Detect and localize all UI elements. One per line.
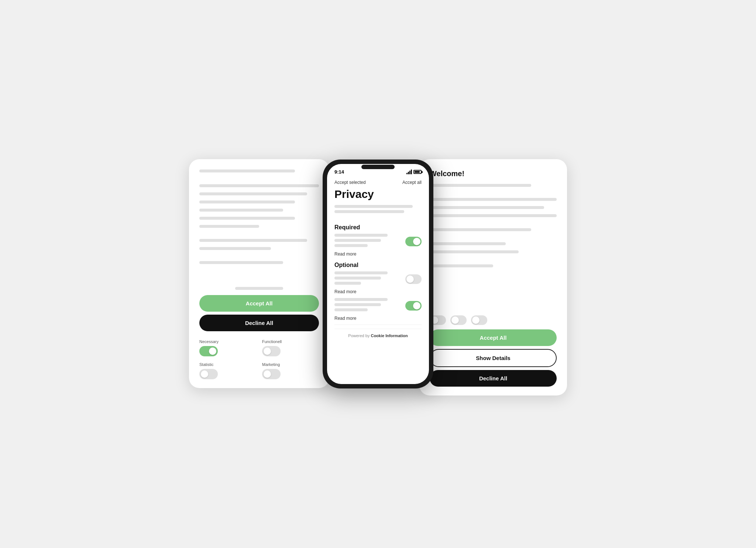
skeleton-line	[334, 277, 381, 280]
functionell-label: Functionell	[262, 339, 319, 344]
powered-by-prefix: Powered by	[348, 333, 371, 338]
necessary-toggle[interactable]	[199, 346, 218, 356]
necessary-label: Necessary	[199, 339, 256, 344]
privacy-title: Privacy	[334, 188, 422, 201]
skeleton-line	[334, 282, 361, 285]
left-skeleton-area	[199, 169, 319, 277]
scene: Accept All Decline All Necessary Functio…	[189, 137, 567, 411]
accept-all-button[interactable]: Accept All	[199, 295, 319, 312]
battery-icon	[413, 170, 422, 174]
powered-by: Powered by Cookie Information	[334, 329, 422, 339]
decline-all-button[interactable]: Decline All	[199, 315, 319, 331]
right-toggle-row	[430, 315, 557, 325]
skeleton-line	[430, 228, 531, 231]
skeleton-line	[199, 217, 295, 220]
skeleton-line	[235, 287, 283, 290]
phone-shell: 9:14 Accept selected Accept all	[323, 160, 433, 388]
skeleton-line	[199, 261, 283, 264]
marketing-toggle-item: Marketing	[262, 362, 319, 379]
right-toggle-3[interactable]	[471, 315, 487, 325]
center-phone: 9:14 Accept selected Accept all	[323, 160, 433, 388]
required-section-label: Required	[334, 224, 422, 231]
separator	[334, 325, 422, 325]
skeleton-line	[199, 169, 295, 172]
skeleton-line	[334, 234, 388, 237]
skeleton-line	[199, 239, 307, 242]
skeleton-line	[334, 244, 368, 247]
skeleton-line	[199, 225, 259, 228]
required-toggle[interactable]	[405, 237, 422, 246]
toggle-grid: Necessary Functionell Statistic Marketin…	[199, 339, 319, 379]
skeleton-line	[334, 298, 388, 301]
skeleton-line	[334, 210, 404, 213]
skeleton-line	[199, 201, 295, 203]
skeleton-line	[334, 308, 368, 311]
statistic-label: Statistic	[199, 362, 256, 367]
optional-toggle-2[interactable]	[405, 301, 422, 311]
optional-section-label: Optional	[334, 262, 422, 268]
right-accept-all-button[interactable]: Accept All	[430, 329, 557, 346]
skeleton-line	[334, 271, 388, 274]
signal-bars-icon	[406, 169, 412, 174]
skeleton-line	[199, 209, 283, 212]
phone-notch	[361, 165, 395, 169]
status-icons	[406, 169, 422, 174]
status-time: 9:14	[334, 169, 344, 175]
skeleton-line	[430, 250, 519, 253]
right-show-details-button[interactable]: Show Details	[430, 349, 557, 367]
left-card: Accept All Decline All Necessary Functio…	[189, 159, 329, 388]
right-decline-all-button[interactable]: Decline All	[430, 370, 557, 387]
phone-screen: 9:14 Accept selected Accept all	[327, 164, 429, 384]
functionell-toggle-item: Functionell	[262, 339, 319, 356]
welcome-title: Welcome!	[430, 169, 557, 178]
left-button-area: Accept All Decline All	[199, 287, 319, 331]
skeleton-line	[199, 184, 319, 187]
required-toggle-row	[334, 234, 422, 249]
marketing-label: Marketing	[262, 362, 319, 367]
right-content	[430, 184, 557, 312]
skeleton-line	[430, 206, 544, 209]
skeleton-line	[430, 264, 493, 267]
skeleton-line	[334, 205, 413, 208]
skeleton-line	[199, 192, 307, 195]
marketing-toggle[interactable]	[262, 369, 281, 379]
cookie-information-brand: Cookie Information	[371, 333, 408, 338]
right-card: Welcome! Accept All Show Details Decline…	[419, 159, 567, 395]
phone-content: Privacy Required Read more	[327, 188, 429, 384]
skeleton-line	[430, 184, 531, 187]
statistic-toggle-item: Statistic	[199, 362, 256, 379]
right-bottom-buttons: Accept All Show Details Decline All	[430, 329, 557, 387]
skeleton-line	[334, 303, 381, 306]
optional-toggle-row-1	[334, 271, 422, 287]
skeleton-line	[430, 214, 557, 217]
accept-selected-link[interactable]: Accept selected	[334, 180, 366, 185]
optional-read-more-1[interactable]: Read more	[334, 289, 422, 294]
statistic-toggle[interactable]	[199, 369, 218, 379]
skeleton-line	[430, 242, 506, 245]
skeleton-line	[430, 198, 557, 201]
optional-toggle-row-2	[334, 298, 422, 314]
right-toggle-2[interactable]	[450, 315, 467, 325]
accept-all-link[interactable]: Accept all	[402, 180, 422, 185]
phone-top-bar: Accept selected Accept all	[327, 177, 429, 188]
skeleton-line	[334, 239, 381, 242]
necessary-toggle-item: Necessary	[199, 339, 256, 356]
optional-read-more-2[interactable]: Read more	[334, 316, 422, 321]
skeleton-line	[199, 247, 271, 250]
optional-toggle-1[interactable]	[405, 274, 422, 284]
required-read-more[interactable]: Read more	[334, 251, 422, 257]
functionell-toggle[interactable]	[262, 346, 281, 356]
